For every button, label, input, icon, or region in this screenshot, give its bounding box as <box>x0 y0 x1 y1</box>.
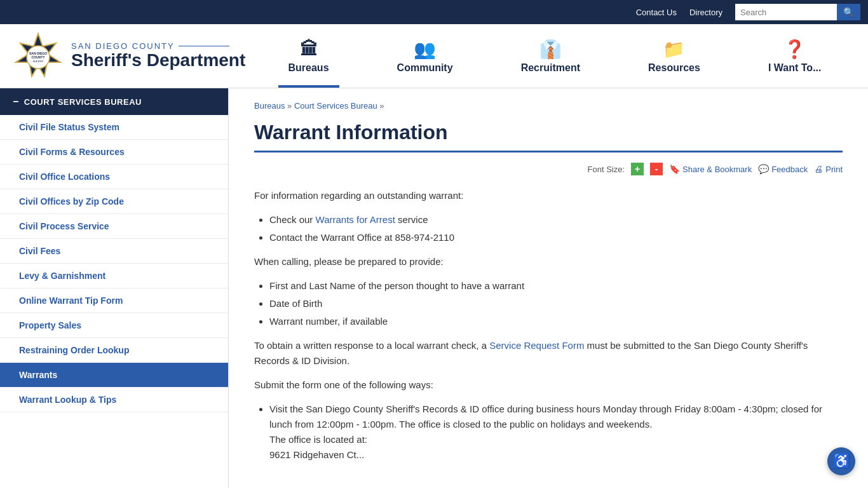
bullet-1-1: Check our Warrants for Arrest service <box>269 212 843 227</box>
search-input[interactable] <box>735 5 837 20</box>
page-layout: − COURT SERVICES BUREAU Civil File Statu… <box>0 88 868 488</box>
iwantto-icon: ❓ <box>783 39 806 60</box>
sidebar-item-warrants[interactable]: Warrants <box>0 363 228 388</box>
collapse-icon[interactable]: − <box>13 96 19 107</box>
calling-intro-text: When calling, please be prepared to prov… <box>254 254 843 269</box>
sidebar-section-header: − COURT SERVICES BUREAU <box>0 88 228 115</box>
nav-resources[interactable]: 📁 Resources <box>638 34 710 79</box>
logo-area: SAN DIEGO COUNTY SHERIFF SAN DIEGO COUNT… <box>13 30 254 81</box>
search-button[interactable]: 🔍 <box>837 4 860 20</box>
sidebar-section-label: COURT SERVICES BUREAU <box>24 97 142 107</box>
sidebar-item-civil-fees[interactable]: Civil Fees <box>0 239 228 264</box>
share-icon: 🔖 <box>669 164 680 174</box>
nav-recruitment[interactable]: 👔 Recruitment <box>511 34 590 79</box>
breadcrumb: Bureaus » Court Services Bureau » <box>254 101 843 111</box>
nav-community[interactable]: 👥 Community <box>387 34 463 79</box>
search-bar: 🔍 <box>735 4 860 20</box>
recruitment-icon: 👔 <box>539 39 562 60</box>
sidebar-item-property-sales[interactable]: Property Sales <box>0 313 228 338</box>
sidebar-item-civil-forms[interactable]: Civil Forms & Resources <box>0 140 228 165</box>
directory-link[interactable]: Directory <box>689 8 722 17</box>
nav-bureaus[interactable]: 🏛 Bureaus <box>278 34 339 79</box>
sidebar-item-restraining-order[interactable]: Restraining Order Lookup <box>0 338 228 363</box>
written-response-text: To obtain a written response to a local … <box>254 338 843 369</box>
font-increase-button[interactable]: + <box>631 163 644 175</box>
bullet-2-1: First and Last Name of the person though… <box>269 278 843 294</box>
nav-community-label: Community <box>397 62 453 74</box>
service-request-form-link[interactable]: Service Request Form <box>489 340 584 351</box>
warrants-for-arrest-link[interactable]: Warrants for Arrest <box>316 214 395 225</box>
sidebar-item-online-warrant-tip[interactable]: Online Warrant Tip Form <box>0 288 228 313</box>
nav-resources-label: Resources <box>648 62 700 74</box>
bullets-3: Visit the San Diego County Sheriff's Rec… <box>269 402 843 463</box>
print-icon: 🖨 <box>814 164 823 174</box>
print-link[interactable]: 🖨 Print <box>814 164 843 174</box>
main-content: Bureaus » Court Services Bureau » Warran… <box>229 88 868 488</box>
font-size-label: Font Size: <box>588 165 625 174</box>
logo-text: SAN DIEGO COUNTY Sheriff's Department <box>71 41 245 71</box>
header: SAN DIEGO COUNTY SHERIFF SAN DIEGO COUNT… <box>0 24 868 88</box>
sidebar-item-levy-garnishment[interactable]: Levy & Garnishment <box>0 264 228 288</box>
sidebar: − COURT SERVICES BUREAU Civil File Statu… <box>0 88 229 488</box>
intro-text: For information regarding an outstanding… <box>254 188 843 203</box>
breadcrumb-bureaus[interactable]: Bureaus <box>254 101 285 111</box>
contact-us-link[interactable]: Contact Us <box>636 8 677 17</box>
feedback-link[interactable]: 💬 Feedback <box>758 164 808 174</box>
breadcrumb-court-services[interactable]: Court Services Bureau <box>294 101 377 111</box>
sidebar-item-civil-process-service[interactable]: Civil Process Service <box>0 214 228 239</box>
nav-iwantto[interactable]: ❓ I Want To... <box>758 34 832 79</box>
submit-intro-text: Submit the form one of the following way… <box>254 377 843 393</box>
community-icon: 👥 <box>414 39 436 60</box>
main-nav: 🏛 Bureaus 👥 Community 👔 Recruitment 📁 Re… <box>254 34 855 79</box>
county-name: SAN DIEGO COUNTY <box>71 41 245 51</box>
breadcrumb-sep1: » <box>287 101 294 111</box>
bullet-2-3: Warrant number, if available <box>269 314 843 329</box>
sidebar-item-civil-offices-zip[interactable]: Civil Offices by Zip Code <box>0 189 228 214</box>
written-response-before: To obtain a written response to a local … <box>254 340 489 351</box>
dept-name: Sheriff's Department <box>71 51 245 71</box>
breadcrumb-sep2: » <box>379 101 384 111</box>
nav-iwantto-label: I Want To... <box>768 62 822 74</box>
bullet-2-2: Date of Birth <box>269 296 843 311</box>
bullets-2: First and Last Name of the person though… <box>269 278 843 329</box>
svg-text:COUNTY: COUNTY <box>31 55 45 59</box>
top-bar: Contact Us Directory 🔍 <box>0 0 868 24</box>
check-our-text: Check our <box>269 214 316 225</box>
resources-icon: 📁 <box>663 39 685 60</box>
svg-text:SHERIFF: SHERIFF <box>32 60 44 63</box>
share-bookmark-link[interactable]: 🔖 Share & Bookmark <box>669 164 752 174</box>
sheriff-badge: SAN DIEGO COUNTY SHERIFF <box>13 30 64 81</box>
nav-bureaus-label: Bureaus <box>288 62 329 74</box>
sidebar-item-warrant-lookup[interactable]: Warrant Lookup & Tips <box>0 388 228 412</box>
page-title: Warrant Information <box>254 121 843 152</box>
bullets-1: Check our Warrants for Arrest service Co… <box>269 212 843 245</box>
bureaus-icon: 🏛 <box>300 39 318 60</box>
bullet-1-2: Contact the Warrant Office at 858-974-21… <box>269 230 843 245</box>
font-controls: Font Size: + - 🔖 Share & Bookmark 💬 Feed… <box>254 163 843 175</box>
bullet-3-1: Visit the San Diego County Sheriff's Rec… <box>269 402 843 463</box>
sidebar-item-civil-office-locations[interactable]: Civil Office Locations <box>0 165 228 189</box>
content-body: For information regarding an outstanding… <box>254 188 843 463</box>
sidebar-item-civil-file-status[interactable]: Civil File Status System <box>0 115 228 140</box>
feedback-icon: 💬 <box>758 164 769 174</box>
service-text: service <box>398 214 428 225</box>
accessibility-button[interactable]: ♿ <box>827 447 855 475</box>
font-decrease-button[interactable]: - <box>650 163 663 175</box>
nav-recruitment-label: Recruitment <box>521 62 580 74</box>
